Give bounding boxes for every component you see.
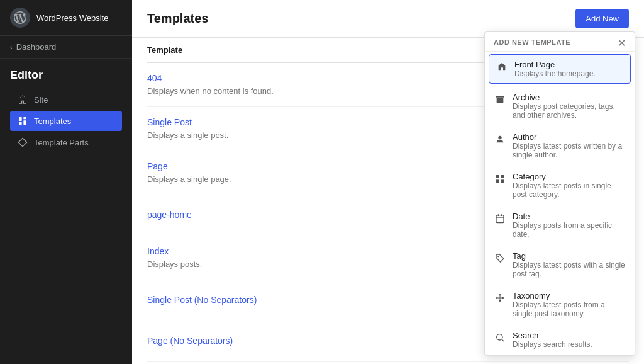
row-title[interactable]: page-home — [147, 210, 491, 220]
wp-logo-icon — [14, 11, 26, 24]
sidebar-item-site[interactable]: Site — [10, 89, 122, 110]
calendar-icon — [494, 212, 506, 225]
taxonomy-icon — [494, 292, 506, 304]
row-title[interactable]: Single Post — [147, 117, 491, 127]
dropdown-item-taxonomy[interactable]: Taxonomy Displays latest posts from a si… — [485, 285, 635, 324]
close-dropdown-button[interactable]: ✕ — [614, 37, 630, 50]
dropdown-item-tag[interactable]: Tag Displays latest posts with a single … — [485, 245, 635, 285]
dropdown-item-desc: Displays the homepage. — [514, 69, 596, 78]
dropdown-item-text: Search Displays search results. — [513, 331, 592, 349]
dropdown-item-desc: Displays latest posts written by a singl… — [513, 142, 626, 159]
row-content: Single Post Displays a single post. — [147, 117, 491, 140]
grid-icon — [494, 173, 506, 185]
dropdown-item-front-page[interactable]: Front Page Displays the homepage. — [489, 54, 631, 84]
svg-rect-36 — [501, 179, 504, 183]
add-new-button[interactable]: Add New — [575, 9, 629, 28]
dropdown-item-text: Author Displays latest posts written by … — [513, 132, 626, 159]
dropdown-item-search[interactable]: Search Displays search results. — [485, 324, 635, 355]
dropdown-item-text: Archive Displays post categories, tags, … — [513, 93, 626, 120]
dropdown-item-desc: Displays search results. — [513, 340, 592, 349]
dropdown-item-category[interactable]: Category Displays latest posts in single… — [485, 166, 635, 205]
dropdown-item-title: Category — [513, 172, 626, 181]
svg-point-32 — [498, 136, 501, 139]
sidebar-item-template-parts-label: Template Parts — [34, 138, 89, 147]
chevron-left-icon: ‹ — [10, 43, 13, 51]
row-content: page-home — [147, 210, 491, 222]
row-title[interactable]: Index — [147, 246, 491, 256]
row-desc: Displays a single post. — [147, 130, 228, 140]
dropdown-item-text: Category Displays latest posts in single… — [513, 172, 626, 199]
row-desc: Displays a single page. — [147, 174, 231, 184]
dropdown-header: ADD NEW TEMPLATE — [485, 32, 635, 52]
row-desc: Displays posts. — [147, 259, 202, 269]
dropdown-item-title: Archive — [513, 93, 626, 102]
diamond-icon — [18, 137, 28, 147]
dropdown-item-text: Date Displays posts from a specific date… — [513, 212, 626, 239]
main-content: Templates Add New Template Added by 404 … — [132, 0, 644, 364]
site-name: WordPress Website — [36, 13, 108, 23]
svg-rect-2 — [23, 120, 26, 125]
archive-icon — [494, 93, 506, 106]
sidebar-item-site-label: Site — [34, 95, 48, 105]
dropdown-item-title: Taxonomy — [513, 291, 626, 300]
sidebar-item-templates-label: Templates — [34, 117, 71, 126]
row-title[interactable]: Single Post (No Separators) — [147, 295, 491, 305]
sidebar-item-template-parts[interactable]: Template Parts — [10, 132, 122, 152]
dropdown-item-author[interactable]: Author Displays latest posts written by … — [485, 126, 635, 166]
row-content: Single Post (No Separators) — [147, 295, 491, 307]
svg-point-45 — [502, 297, 504, 299]
row-content: Index Displays posts. — [147, 246, 491, 270]
svg-rect-33 — [496, 175, 499, 178]
svg-rect-0 — [19, 117, 22, 121]
svg-point-41 — [497, 256, 499, 257]
svg-point-42 — [496, 297, 498, 299]
dropdown-item-archive[interactable]: Archive Displays post categories, tags, … — [485, 86, 635, 126]
wp-logo — [10, 8, 30, 28]
dropdown-item-title: Date — [513, 212, 626, 221]
dropdown-item-title: Tag — [513, 251, 626, 261]
svg-point-48 — [497, 334, 502, 340]
svg-rect-3 — [19, 122, 22, 125]
dropdown-item-title: Front Page — [514, 60, 596, 69]
svg-rect-34 — [501, 175, 504, 178]
home-icon — [496, 60, 508, 73]
row-content: Page Displays a single page. — [147, 161, 491, 185]
dropdown-item-desc: Displays latest posts with a single post… — [513, 261, 626, 278]
dropdown-item-text: Tag Displays latest posts with a single … — [513, 251, 626, 278]
dropdown-item-title: Search — [513, 331, 592, 340]
home-icon — [18, 94, 28, 105]
dropdown-item-desc: Displays latest posts in single post cat… — [513, 181, 626, 199]
row-content: 404 Displays when no content is found. — [147, 73, 491, 96]
dropdown-items-container: Front Page Displays the homepage. Archiv… — [485, 54, 635, 355]
row-title[interactable]: Page (No Separators) — [147, 336, 491, 346]
svg-rect-1 — [23, 117, 26, 119]
tag-icon — [494, 252, 506, 264]
dashboard-link-label: Dashboard — [16, 42, 57, 52]
svg-line-49 — [502, 339, 504, 341]
svg-point-43 — [499, 294, 501, 296]
svg-rect-37 — [496, 215, 504, 223]
dropdown-item-desc: Displays latest posts from a single post… — [513, 300, 626, 318]
search-icon — [494, 331, 506, 344]
row-content: Page (No Separators) — [147, 336, 491, 348]
editor-title: Editor — [10, 69, 122, 82]
dropdown-item-desc: Displays post categories, tags, and othe… — [513, 102, 626, 120]
dropdown-item-title: Author — [513, 132, 626, 142]
row-desc: Displays when no content is found. — [147, 86, 274, 96]
dropdown-item-date[interactable]: Date Displays posts from a specific date… — [485, 205, 635, 245]
user-icon — [494, 133, 506, 145]
svg-rect-35 — [496, 179, 499, 183]
page-title: Templates — [147, 11, 208, 26]
dropdown-item-desc: Displays posts from a specific date. — [513, 221, 626, 239]
sidebar-header: WordPress Website — [0, 0, 132, 36]
layout-icon — [18, 116, 28, 126]
dashboard-link[interactable]: ‹ Dashboard — [0, 36, 132, 59]
row-title[interactable]: Page — [147, 161, 491, 171]
add-new-template-dropdown: ✕ ADD NEW TEMPLATE Front Page Displays t… — [484, 31, 635, 356]
sidebar-item-templates[interactable]: Templates — [10, 111, 122, 131]
row-title[interactable]: 404 — [147, 73, 491, 83]
editor-section: Editor Site Templates Template Parts — [0, 59, 132, 159]
sidebar: WordPress Website ‹ Dashboard Editor Sit… — [0, 0, 132, 364]
dropdown-item-text: Front Page Displays the homepage. — [514, 60, 596, 78]
col-template-header: Template — [147, 45, 491, 55]
